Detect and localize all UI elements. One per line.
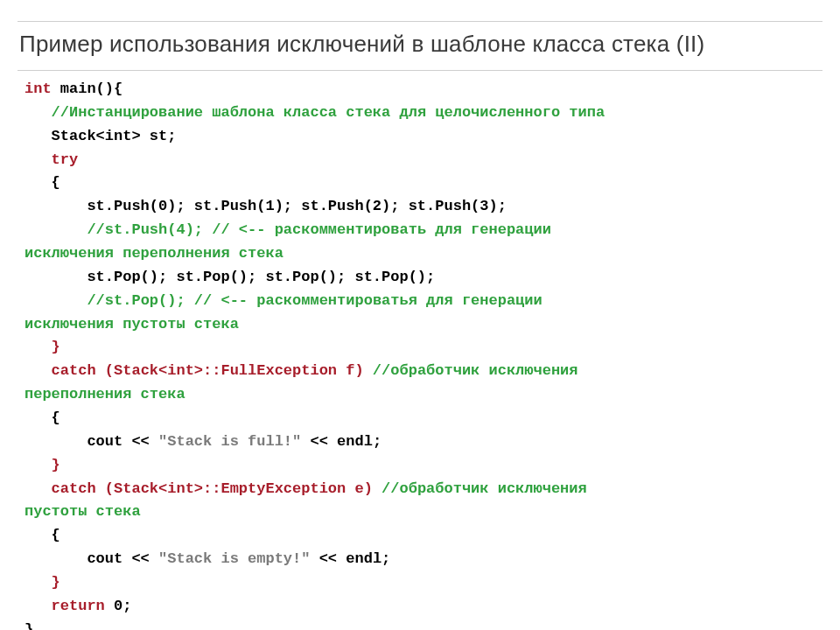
code-line: catch (Stack<int>::FullException f) //об… <box>24 360 822 383</box>
code-line: cout << "Stack is empty!" << endl; <box>24 548 822 571</box>
comment: //st.Push(4); // <-- раскомментировать д… <box>87 221 551 238</box>
code-block: int main(){ //Инстанцирование шаблона кл… <box>18 78 822 630</box>
brace-close: } <box>52 574 60 591</box>
keyword-catch: catch (Stack<int>::EmptyException e) <box>52 480 373 497</box>
comment: пустоты стека <box>24 503 141 520</box>
indent <box>24 480 52 497</box>
keyword-return: return <box>52 598 114 614</box>
keyword-try: try <box>52 151 79 168</box>
code-line: исключения пустоты стека <box>24 313 822 337</box>
code-line: { <box>24 524 822 548</box>
code-line: try <box>24 149 822 172</box>
code-line: st.Pop(); st.Pop(); st.Pop(); st.Pop(); <box>24 266 822 290</box>
code-line: { <box>24 172 822 195</box>
string-literal: "Stack is full!" <box>158 433 301 450</box>
comment: исключения пустоты стека <box>24 316 239 332</box>
indent <box>24 598 52 614</box>
string-literal: "Stack is empty!" <box>158 550 310 567</box>
indent <box>24 574 52 591</box>
code-line: st.Push(0); st.Push(1); st.Push(2); st.P… <box>24 195 822 219</box>
comment: //st.Pop(); // <-- раскомментироватья дл… <box>87 292 542 309</box>
indent <box>24 292 87 309</box>
code-line: } <box>24 454 822 478</box>
code-line: return 0; <box>24 595 822 619</box>
code-text: cout << <box>24 550 158 567</box>
indent <box>24 151 52 168</box>
slide-title: Пример использования исключений в шаблон… <box>19 31 821 58</box>
code-line: Stack<int> st; <box>24 125 822 149</box>
code-line: { <box>24 407 822 430</box>
code-line: //st.Pop(); // <-- раскомментироватья дл… <box>24 290 822 313</box>
keyword-int: int <box>24 80 60 97</box>
code-text: 0; <box>114 598 131 614</box>
keyword-catch: catch (Stack<int>::FullException f) <box>52 362 364 379</box>
comment: исключения переполнения стека <box>24 245 284 262</box>
code-line: переполнения стека <box>24 383 822 407</box>
indent <box>24 104 52 121</box>
comment: переполнения стека <box>24 386 186 402</box>
indent <box>24 339 52 355</box>
brace-close: } <box>52 339 60 355</box>
indent <box>24 457 52 473</box>
code-text: << endl; <box>310 550 390 567</box>
code-line: исключения переполнения стека <box>24 242 822 266</box>
code-line: } <box>24 619 822 630</box>
code-text: << endl; <box>301 433 382 450</box>
code-line: } <box>24 571 822 595</box>
brace-close: } <box>52 457 60 473</box>
code-text: main(){ <box>60 80 122 97</box>
code-line: //st.Push(4); // <-- раскомментировать д… <box>24 219 822 242</box>
comment: //Инстанцирование шаблона класса стека д… <box>52 104 606 121</box>
code-line: пустоты стека <box>24 500 822 524</box>
code-line: cout << "Stack is full!" << endl; <box>24 430 822 454</box>
slide: Пример использования исключений в шаблон… <box>0 0 840 630</box>
comment: //обработчик исключения <box>364 362 578 379</box>
indent <box>24 221 87 238</box>
comment: //обработчик исключения <box>373 480 587 497</box>
code-line: } <box>24 336 822 360</box>
indent <box>24 362 52 379</box>
code-line: int main(){ <box>24 78 822 102</box>
title-block: Пример использования исключений в шаблон… <box>18 21 822 71</box>
code-text: cout << <box>24 433 158 450</box>
code-line: catch (Stack<int>::EmptyException e) //о… <box>24 478 822 501</box>
code-line: //Инстанцирование шаблона класса стека д… <box>24 102 822 125</box>
